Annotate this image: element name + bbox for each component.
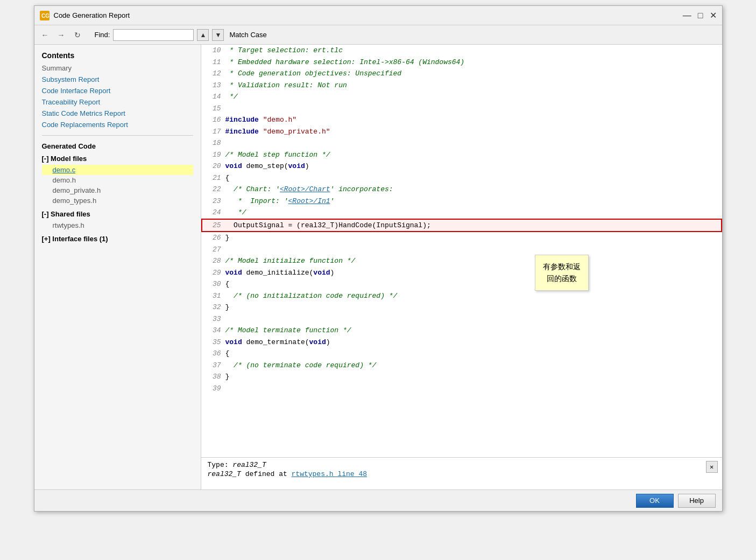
rtwtypes-link[interactable]: rtwtypes.h line 48 — [292, 470, 367, 478]
svg-text:CG: CG — [41, 13, 49, 19]
line-number: 19 — [202, 149, 223, 161]
file-rtwtypes-h[interactable]: rtwtypes.h — [42, 220, 193, 230]
code-line: } — [223, 232, 722, 244]
title-bar-left: CG Code Generation Report — [40, 11, 130, 20]
table-row: 13 * Validation result: Not run — [202, 80, 722, 92]
file-demo-h[interactable]: demo.h — [42, 175, 193, 185]
chart-link[interactable]: <Root>/Chart — [280, 185, 330, 193]
code-line: /* Chart: '<Root>/Chart' incorporates: — [223, 184, 722, 195]
bottom-bar: OK Help — [34, 489, 722, 511]
file-demo-c[interactable]: demo.c — [42, 165, 193, 175]
line-number: 30 — [202, 278, 223, 290]
table-row: 16 #include "demo.h" — [202, 114, 722, 126]
code-scroll[interactable]: 10 * Target selection: ert.tlc 11 * Embe… — [201, 45, 722, 457]
file-demo-types-h[interactable]: demo_types.h — [42, 195, 193, 206]
find-prev-button[interactable]: ▲ — [197, 29, 209, 41]
find-label: Find: — [95, 31, 110, 39]
table-row: 28 /* Model initialize function */ — [202, 255, 722, 267]
line-number: 35 — [202, 337, 223, 348]
table-row: 23 * Inport: '<Root>/In1' — [202, 195, 722, 207]
inport-link[interactable]: <Root>/In1 — [288, 197, 330, 205]
line-number: 20 — [202, 160, 223, 172]
minimize-button[interactable]: — — [683, 11, 691, 20]
sidebar-item-code-replacements[interactable]: Code Replacements Report — [42, 121, 193, 129]
table-row: 38 } — [202, 371, 722, 383]
table-row: 11 * Embedded hardware selection: Intel-… — [202, 57, 722, 68]
sidebar-item-subsystem[interactable]: Subsystem Report — [42, 75, 193, 83]
code-line — [223, 103, 722, 115]
code-line — [223, 313, 722, 325]
code-line: { — [223, 348, 722, 360]
code-line: * Code generation objectives: Unspecifie… — [223, 68, 722, 80]
code-line: #include "demo.h" — [223, 114, 722, 126]
sidebar-item-summary[interactable]: Summary — [42, 64, 193, 72]
line-number: 15 — [202, 103, 223, 115]
table-row: 33 — [202, 313, 722, 325]
status-close-button[interactable]: ✕ — [706, 461, 718, 473]
table-row: 18 — [202, 137, 722, 149]
sidebar-divider — [42, 135, 193, 136]
line-number: 38 — [202, 371, 223, 383]
help-button[interactable]: Help — [678, 494, 716, 508]
code-line: /* Model step function */ — [223, 149, 722, 161]
table-row: 32 } — [202, 302, 722, 313]
match-case-label: Match Case — [229, 31, 266, 39]
defined-at: defined at — [245, 470, 292, 478]
code-area: 10 * Target selection: ert.tlc 11 * Embe… — [201, 45, 722, 489]
code-line: { — [223, 278, 722, 290]
find-next-button[interactable]: ▼ — [212, 29, 224, 41]
highlighted-row: 25 OutputSignal = (real32_T)HandCode(Inp… — [202, 219, 722, 232]
code-line: */ — [223, 91, 722, 103]
line-number: 25 — [202, 219, 223, 232]
code-line: * Target selection: ert.tlc — [223, 45, 722, 57]
table-row: 26 } — [202, 232, 722, 244]
code-line: { — [223, 172, 722, 184]
line-number: 37 — [202, 360, 223, 372]
line-number: 24 — [202, 207, 223, 219]
ok-button[interactable]: OK — [636, 494, 674, 508]
tooltip-line1: 有参数和返 — [543, 262, 581, 271]
line-number: 21 — [202, 172, 223, 184]
model-files-header: [-] Model files — [42, 155, 193, 163]
code-line: * Embedded hardware selection: Intel->x8… — [223, 57, 722, 68]
file-demo-private-h[interactable]: demo_private.h — [42, 185, 193, 195]
forward-button[interactable]: → — [55, 29, 68, 41]
maximize-button[interactable]: □ — [698, 11, 703, 20]
table-row: 10 * Target selection: ert.tlc — [202, 45, 722, 57]
line-number: 22 — [202, 184, 223, 195]
line-number: 33 — [202, 313, 223, 325]
window-controls: — □ ✕ — [683, 11, 717, 20]
model-files-section: [-] Model files demo.c demo.h demo_priva… — [42, 155, 193, 206]
sidebar-item-traceability[interactable]: Traceability Report — [42, 98, 193, 106]
line-number: 12 — [202, 68, 223, 80]
code-line: /* Model initialize function */ — [223, 255, 722, 267]
contents-title: Contents — [42, 51, 193, 60]
close-button[interactable]: ✕ — [710, 11, 717, 20]
code-line: void demo_initialize(void) — [223, 267, 722, 279]
tooltip-box: 有参数和返 回的函数 — [535, 255, 589, 291]
back-button[interactable]: ← — [39, 29, 52, 41]
code-line: */ — [223, 207, 722, 219]
status-type-line: Type: real32_T — [208, 461, 716, 469]
line-number: 32 — [202, 302, 223, 313]
line-number: 34 — [202, 325, 223, 337]
table-row: 39 — [202, 383, 722, 395]
find-input[interactable] — [113, 29, 194, 41]
generated-code-title: Generated Code — [42, 142, 193, 150]
table-row: 30 { — [202, 278, 722, 290]
sidebar-item-static-metrics[interactable]: Static Code Metrics Report — [42, 109, 193, 117]
line-number: 31 — [202, 290, 223, 302]
sidebar-item-code-interface[interactable]: Code Interface Report — [42, 87, 193, 95]
line-number: 27 — [202, 244, 223, 256]
table-row: 24 */ — [202, 207, 722, 219]
code-line: /* (no terminate code required) */ — [223, 360, 722, 372]
line-number: 18 — [202, 137, 223, 149]
interface-files-section: [+] Interface files (1) — [42, 235, 193, 243]
code-line: #include "demo_private.h" — [223, 126, 722, 138]
refresh-button[interactable]: ↻ — [71, 29, 84, 41]
table-row: 29 void demo_initialize(void) — [202, 267, 722, 279]
line-number: 36 — [202, 348, 223, 360]
table-row: 37 /* (no terminate code required) */ — [202, 360, 722, 372]
table-row: 17 #include "demo_private.h" — [202, 126, 722, 138]
status-defined-line: real32_T defined at rtwtypes.h line 48 — [208, 470, 716, 478]
